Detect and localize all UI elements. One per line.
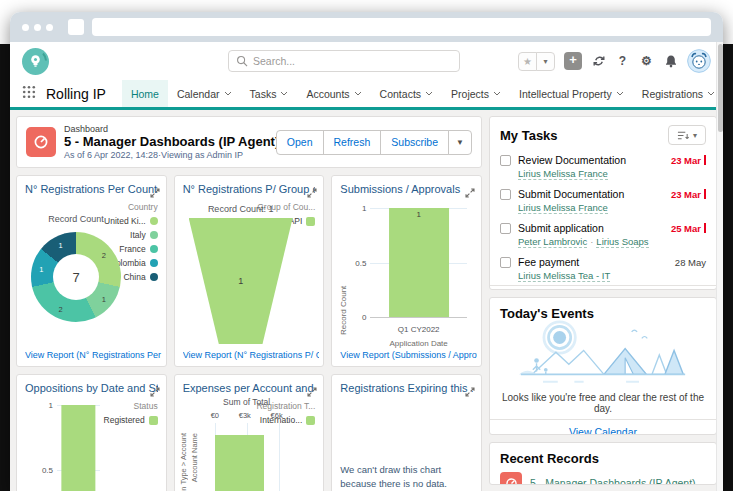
top-axis-title: Sum of Total (211, 397, 283, 407)
recent-record-link[interactable]: 5 - Manager Dashboards (IP Agent) (530, 477, 696, 486)
donut-chart[interactable]: 7 21211 (31, 232, 121, 322)
expand-icon[interactable] (465, 383, 475, 401)
bar-chart[interactable]: Record Count 1 0.5 0 1 (340, 204, 473, 318)
task-title[interactable]: Submit Documentation (518, 188, 664, 200)
legend-swatch (150, 273, 158, 281)
dashboard-header-texts: Dashboard 5 - Manager Dashboards (IP Age… (64, 124, 276, 160)
chevron-down-icon (616, 91, 624, 96)
chevron-down-icon (280, 91, 288, 96)
x-ticks: €0 €3k €6k (211, 411, 283, 420)
task-related-link[interactable]: Lirius Soaps (596, 236, 648, 248)
tab-calendar[interactable]: Calendar (168, 80, 241, 107)
submissions-bar[interactable]: 1 (389, 208, 449, 317)
expand-icon[interactable] (150, 184, 160, 202)
donut-total: 7 (31, 232, 121, 322)
tasks-sort-button[interactable]: ▾ (668, 125, 706, 145)
task-related-link[interactable]: Lirius Melissa France (518, 202, 608, 214)
task-related-link[interactable]: Lirius Melissa Tea - IT (518, 270, 610, 282)
more-actions-caret-button[interactable]: ▼ (448, 130, 472, 155)
chart-title: Submissions / Approvals (340, 183, 473, 195)
task-checkbox[interactable] (500, 155, 511, 166)
chart-card-expenses: Expenses per Account and ... Registratio… (174, 374, 325, 491)
global-search[interactable] (228, 50, 460, 72)
view-report-link[interactable]: View Report (N° Registrations P/ Group o… (183, 350, 320, 360)
notifications-bell-icon[interactable] (663, 54, 678, 69)
help-icon[interactable]: ? (615, 54, 630, 69)
sort-icon (677, 130, 689, 141)
global-add-icon[interactable]: + (564, 52, 582, 70)
tab-projects[interactable]: Projects (442, 80, 510, 107)
recent-records-card: Recent Records 5 - Manager Dashboards (I… (489, 442, 717, 485)
oppositions-bar[interactable] (62, 405, 95, 491)
tab-intellectual-property[interactable]: Intellectual Property (510, 80, 633, 107)
task-title[interactable]: Review Documentation (518, 154, 664, 166)
bar-chart[interactable]: Record Count 1 0.5 0 (25, 401, 102, 491)
task-checkbox[interactable] (500, 257, 511, 268)
expand-icon[interactable] (307, 383, 317, 401)
tab-registrations[interactable]: Registrations (633, 80, 723, 107)
search-input[interactable] (253, 55, 452, 67)
expand-icon[interactable] (150, 383, 160, 401)
tab-contacts[interactable]: Contacts (371, 80, 442, 107)
chevron-down-icon (425, 91, 433, 96)
browser-url-bar[interactable] (92, 18, 711, 36)
task-checkbox[interactable] (500, 223, 511, 234)
camping-illustration (490, 319, 716, 391)
scrollbar-thumb[interactable] (718, 44, 723, 132)
task-related-link[interactable]: Lirius Melissa France (518, 168, 608, 180)
app-logo-lightbulb-icon[interactable] (22, 48, 49, 75)
task-due-date: 28 May (675, 257, 706, 268)
refresh-button[interactable]: Refresh (323, 130, 382, 155)
chart-card-oppositions: Oppositions by Date and St... Status Reg… (16, 374, 167, 491)
favorites-star-icon[interactable]: ★ (518, 52, 537, 71)
window-control-dot[interactable] (22, 24, 29, 31)
user-avatar[interactable] (687, 49, 711, 73)
recent-record-row: 5 - Manager Dashboards (IP Agent) (490, 470, 716, 485)
y-axis-inner-label: Account Name (190, 433, 199, 482)
task-checkbox[interactable] (500, 189, 511, 200)
task-title[interactable]: Submit application (518, 222, 664, 234)
legend-swatch (150, 217, 158, 225)
open-button[interactable]: Open (276, 130, 324, 155)
task-title[interactable]: Fee payment (518, 256, 668, 268)
expand-icon[interactable] (465, 184, 475, 202)
setup-gear-icon[interactable]: ⚙ (639, 54, 654, 69)
vertical-scrollbar[interactable] (716, 42, 723, 491)
expenses-bar[interactable]: €4.6k (215, 435, 264, 491)
nav-tabs: Home Calendar Tasks Accounts Contacts Pr… (122, 80, 723, 107)
recent-records-title: Recent Records (500, 451, 599, 466)
search-icon (236, 55, 248, 67)
app-launcher-waffle-icon[interactable] (22, 85, 36, 103)
view-report-link[interactable]: View Report (N° Registrations Per Countr… (25, 350, 162, 360)
sync-icon[interactable] (591, 54, 606, 69)
tab-tasks[interactable]: Tasks (241, 80, 298, 107)
overdue-bar (704, 223, 706, 233)
tab-home[interactable]: Home (122, 80, 168, 107)
task-row: Review Documentation 23 Mar Lirius Melis… (500, 149, 706, 183)
hbar-chart[interactable]: €4.6k (215, 423, 279, 491)
view-all-link[interactable]: View All (490, 285, 716, 290)
window-control-dot[interactable] (34, 24, 41, 31)
chart-card-registrations-per-country: N° Registrations Per Country Country Uni… (16, 175, 167, 367)
view-calendar-link[interactable]: View Calendar (490, 419, 716, 435)
chart-card-registrations-group: N° Registrations P/ Group of... Group of… (174, 175, 325, 367)
favorites-caret-icon[interactable]: ▾ (536, 52, 555, 71)
browser-tab-favicon-box[interactable] (68, 19, 84, 35)
task-row: Fee payment 28 May Lirius Melissa Tea - … (500, 251, 706, 285)
task-due-date: 25 Mar (671, 223, 706, 234)
funnel-chart[interactable]: 1 (189, 218, 293, 344)
chart-title: Expenses per Account and ... (183, 382, 316, 394)
legend-item[interactable]: Registered (104, 415, 158, 425)
no-data-message: We can't draw this chart because there i… (340, 463, 471, 491)
dashboard-column: Dashboard 5 - Manager Dashboards (IP Age… (16, 116, 482, 485)
record-count-label: Record Count: 1 (187, 204, 295, 214)
view-report-link[interactable]: View Report (Submissions / Approvals) (340, 350, 477, 360)
task-related-link[interactable]: Peter Lambrovic (518, 236, 587, 248)
tab-accounts[interactable]: Accounts (297, 80, 370, 107)
chart-title: N° Registrations Per Country (25, 183, 158, 195)
window-control-dot[interactable] (46, 24, 53, 31)
expand-icon[interactable] (307, 184, 317, 202)
header-utility-icons: ★ ▾ + ? ⚙ (518, 49, 711, 73)
app-header: ★ ▾ + ? ⚙ (10, 42, 723, 80)
subscribe-button[interactable]: Subscribe (380, 130, 449, 155)
